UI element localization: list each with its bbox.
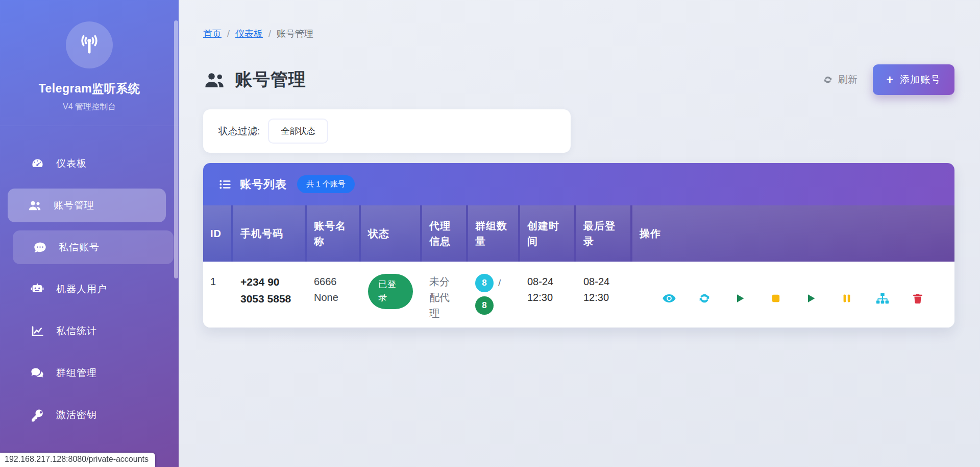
page-header: 账号管理 刷新 + 添加账号 (203, 64, 954, 95)
breadcrumb-separator: / (227, 29, 230, 39)
view-action-button[interactable] (660, 289, 678, 308)
page-title: 账号管理 (235, 68, 306, 91)
add-account-button[interactable]: + 添加账号 (873, 64, 954, 95)
eye-icon (662, 291, 676, 306)
play-icon (734, 292, 746, 305)
column-header-groups: 群组数量 (468, 205, 518, 262)
column-header-last-login: 最后登录 (576, 205, 630, 262)
column-header-actions: 操作 (632, 205, 954, 262)
groups-count-badge-active: 8 (475, 296, 494, 315)
cell-groups: 8 / 8 (468, 274, 518, 321)
sidebar-item-groups[interactable]: 群组管理 (10, 356, 168, 390)
sidebar-item-dashboard[interactable]: 仪表板 (10, 147, 168, 180)
sidebar-item-activation-keys[interactable]: 激活密钥 (10, 398, 168, 432)
sitemap-icon (875, 291, 890, 306)
sidebar-item-label: 账号管理 (54, 199, 94, 212)
sync-action-button[interactable] (695, 289, 714, 308)
refresh-label: 刷新 (838, 73, 857, 86)
sidebar-nav: 仪表板 账号管理 私信账号 机器人用户 私信统计 (0, 126, 179, 432)
sidebar-item-label: 激活密钥 (56, 408, 97, 422)
sync-icon (698, 292, 711, 305)
status-filter-select[interactable]: 全部状态 (268, 119, 328, 144)
cell-created: 08-24 12:30 (520, 274, 574, 321)
groups-count-wrap: 8 / 8 (475, 274, 512, 315)
sidebar-item-label: 私信账号 (59, 241, 100, 254)
broadcast-tower-icon (78, 33, 101, 57)
stop-icon (770, 292, 782, 305)
header-actions: 刷新 + 添加账号 (823, 64, 954, 95)
column-header-created: 创建时间 (520, 205, 574, 262)
start-dm-action-button[interactable] (802, 289, 820, 308)
sidebar-item-private-accounts[interactable]: 私信账号 (13, 230, 174, 264)
trash-icon (912, 292, 924, 305)
breadcrumb-home-link[interactable]: 首页 (203, 28, 222, 40)
cell-id: 1 (203, 274, 231, 321)
sidebar: Telegram监听系统 V4 管理控制台 仪表板 账号管理 私信账号 (0, 0, 179, 467)
breadcrumb-dashboard-link[interactable]: 仪表板 (235, 28, 263, 40)
column-header-account-name: 账号名称 (307, 205, 359, 262)
stop-action-button[interactable] (767, 289, 785, 308)
column-header-phone: 手机号码 (233, 205, 305, 262)
cell-actions (632, 274, 954, 321)
comments-icon (30, 366, 45, 380)
cell-last-login: 08-24 12:30 (576, 274, 630, 321)
page-title-wrap: 账号管理 (203, 68, 306, 91)
breadcrumb: 首页 / 仪表板 / 账号管理 (203, 28, 954, 40)
refresh-button[interactable]: 刷新 (823, 73, 857, 86)
status-url-tooltip: 192.168.217.128:8080/private-accounts (0, 453, 155, 467)
sidebar-item-label: 仪表板 (56, 157, 87, 170)
account-count-badge: 共 1 个账号 (297, 175, 355, 193)
status-filter-label: 状态过滤: (218, 125, 260, 138)
account-list-title: 账号列表 (240, 177, 287, 192)
column-header-id: ID (203, 205, 231, 262)
cell-account-name: 6666 None (307, 274, 359, 321)
sidebar-scrollbar-thumb[interactable] (174, 20, 178, 278)
brand-subtitle: V4 管理控制台 (0, 102, 179, 112)
account-list-card: 账号列表 共 1 个账号 ID 手机号码 账号名称 状态 代理信息 群组数量 创… (203, 163, 954, 328)
cell-proxy: 未分配代理 (422, 274, 466, 321)
table-header-row: ID 手机号码 账号名称 状态 代理信息 群组数量 创建时间 最后登录 操作 (203, 205, 954, 262)
sidebar-item-accounts[interactable]: 账号管理 (8, 189, 166, 222)
brand-title: Telegram监听系统 (0, 81, 179, 97)
cell-status: 已登录 (361, 274, 420, 321)
sidebar-item-label: 群组管理 (56, 366, 97, 380)
brand: Telegram监听系统 V4 管理控制台 (0, 0, 179, 126)
brand-logo (66, 21, 113, 68)
robot-icon (30, 282, 45, 296)
groups-separator: / (498, 275, 501, 290)
account-list-header: 账号列表 共 1 个账号 (203, 163, 954, 205)
filter-card: 状态过滤: 全部状态 (203, 109, 571, 153)
column-header-proxy: 代理信息 (422, 205, 466, 262)
proxy-assign-action-button[interactable] (873, 289, 892, 308)
users-icon (27, 198, 42, 213)
delete-action-button[interactable] (909, 289, 927, 308)
users-icon (203, 68, 226, 91)
comment-dots-icon (32, 241, 47, 254)
sidebar-item-dm-stats[interactable]: 私信统计 (10, 314, 168, 348)
chart-line-icon (30, 324, 45, 338)
sidebar-item-label: 私信统计 (56, 324, 97, 338)
key-icon (30, 408, 45, 422)
plus-icon: + (887, 74, 894, 86)
pause-action-button[interactable] (838, 289, 856, 308)
refresh-icon (823, 75, 833, 85)
column-header-status: 状态 (361, 205, 420, 262)
breadcrumb-separator: / (268, 29, 271, 39)
groups-count-badge-total: 8 (475, 274, 494, 292)
pause-icon (841, 292, 853, 305)
sidebar-item-robot-users[interactable]: 机器人用户 (10, 272, 168, 306)
list-icon (218, 178, 232, 191)
breadcrumb-current: 账号管理 (277, 28, 313, 40)
main-content: 首页 / 仪表板 / 账号管理 账号管理 刷新 + 添加账号 状态过滤: (179, 0, 980, 328)
status-badge: 已登录 (368, 274, 413, 309)
start-action-button[interactable] (731, 289, 749, 308)
play-icon (805, 292, 817, 305)
gauge-icon (30, 157, 45, 171)
cell-phone: +234 90 3053 5858 (233, 274, 305, 321)
table-row: 1 +234 90 3053 5858 6666 None 已登录 未分配代理 … (203, 262, 954, 328)
sidebar-item-label: 机器人用户 (56, 283, 107, 296)
add-account-label: 添加账号 (900, 73, 941, 86)
